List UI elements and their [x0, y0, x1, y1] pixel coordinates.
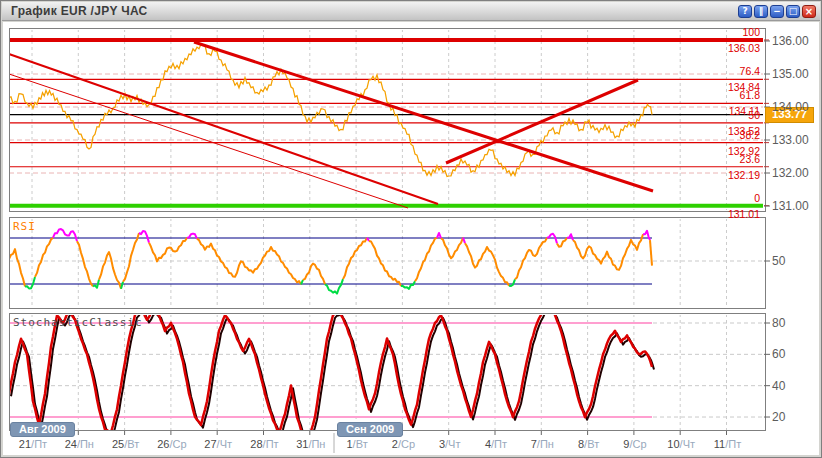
date-label-1-Вт: 1/Вт: [340, 438, 374, 450]
pause-button[interactable]: ‖: [754, 5, 768, 18]
window-buttons: ? ‖ − □ ×: [738, 5, 816, 18]
fib-pct-label-76.4: 76.4: [740, 65, 760, 77]
price-axis-label-132.00: 132.00: [772, 166, 809, 180]
stoch-axis-label-20: 20: [772, 410, 785, 424]
help-button[interactable]: ?: [738, 5, 752, 18]
date-label-10-Чт: 10/Чт: [664, 438, 698, 450]
date-label-27-Чт: 27/Чт: [201, 438, 235, 450]
price-axis-label-135.00: 135.00: [772, 67, 809, 81]
price-axis-label-131.00: 131.00: [772, 199, 809, 213]
close-button[interactable]: ×: [802, 5, 816, 18]
fib-price-label-100: 136.03: [728, 42, 760, 54]
fib-pct-label-0: 0: [754, 192, 760, 204]
date-label-26-Ср: 26/Ср: [155, 438, 189, 450]
maximize-button[interactable]: □: [786, 5, 800, 18]
date-label-9-Ср: 9/Ср: [618, 438, 652, 450]
date-label-24-Пн: 24/Пн: [62, 438, 96, 450]
rsi-indicator-label: RSI: [13, 220, 36, 233]
date-label-11-Пт: 11/Пт: [711, 438, 745, 450]
price-axis-label-134.00: 134.00: [772, 100, 809, 114]
rsi-panel[interactable]: [9, 217, 766, 309]
chart-window: График EUR /JPY ЧАС ? ‖ − □ × RSI Stocha…: [0, 0, 822, 458]
fib-pct-label-38.2: 38.2: [740, 129, 760, 141]
date-label-28-Пт: 28/Пт: [248, 438, 282, 450]
date-label-4-Пт: 4/Пт: [479, 438, 513, 450]
date-label-7-Пн: 7/Пн: [525, 438, 559, 450]
main-price-panel[interactable]: [9, 28, 766, 212]
date-label-3-Чт: 3/Чт: [433, 438, 467, 450]
fib-pct-label-23.6: 23.6: [740, 153, 760, 165]
stoch-axis-label-80: 80: [772, 316, 785, 330]
title-bar[interactable]: График EUR /JPY ЧАС ? ‖ − □ ×: [2, 2, 820, 21]
date-label-31-Пн: 31/Пн: [294, 438, 328, 450]
rsi-axis-label-50: 50: [772, 254, 785, 268]
date-label-21-Пт: 21/Пт: [16, 438, 50, 450]
chart-client-area: [3, 22, 819, 455]
fib-price-label-0: 131.01: [728, 208, 760, 220]
minimize-button[interactable]: −: [770, 5, 784, 18]
price-axis-label-136.00: 136.00: [772, 34, 809, 48]
window-title: График EUR /JPY ЧАС: [11, 4, 148, 18]
date-label-8-Вт: 8/Вт: [572, 438, 606, 450]
month-badge-aug: Авг 2009: [10, 422, 75, 437]
month-badge-sep: Сен 2009: [337, 422, 403, 437]
fib-price-label-23.6: 132.19: [728, 169, 760, 181]
fib-pct-label-100: 100: [742, 26, 760, 38]
date-label-25-Вт: 25/Вт: [109, 438, 143, 450]
price-axis-label-133.00: 133.00: [772, 133, 809, 147]
fib-pct-label-61.8: 61.8: [740, 89, 760, 101]
fib-pct-label-50: 50: [748, 109, 760, 121]
stoch-axis-label-40: 40: [772, 379, 785, 393]
stochastic-panel[interactable]: [9, 313, 766, 431]
stoch-axis-label-60: 60: [772, 347, 785, 361]
stochastic-indicator-label: StochasticClassic: [13, 316, 143, 329]
date-label-2-Ср: 2/Ср: [386, 438, 420, 450]
